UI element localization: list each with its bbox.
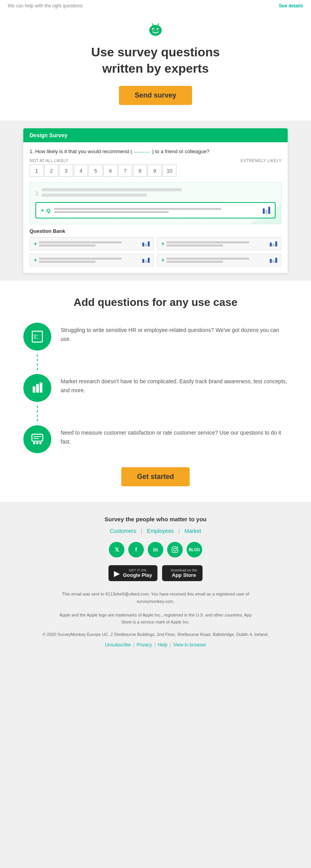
footer-link-market[interactable]: Market	[185, 528, 201, 534]
rating-9[interactable]: 9	[148, 164, 162, 177]
feature-market-text: Market research doesn't have to be compl…	[61, 374, 288, 395]
qb-chart-3	[142, 258, 150, 263]
blog-button[interactable]: BLOG	[187, 542, 202, 557]
rating-labels: NOT AT ALL LIKELY EXTREMELY LIKELY	[30, 158, 281, 163]
svg-point-4	[157, 29, 159, 30]
qb-plus-2: +	[161, 241, 164, 247]
survey-card-header: Design Survey	[23, 128, 288, 142]
rating-10[interactable]: 10	[162, 164, 176, 177]
get-started-button[interactable]: Get started	[121, 467, 189, 486]
app-store-button[interactable]: Download on the App Store	[162, 565, 203, 581]
qb-plus-1: +	[34, 241, 37, 247]
chart-bars-icon	[30, 381, 44, 395]
qa-icon: Q— A—	[30, 330, 44, 344]
svg-point-22	[173, 548, 176, 551]
qb-item-2[interactable]: +	[157, 237, 281, 250]
separator-1: |	[141, 528, 142, 534]
store-buttons: ▶ GET IT ON Google Play Download on the …	[16, 565, 295, 581]
survey-card-body: 1. How likely is it that you would recom…	[23, 142, 288, 273]
footer-link-customers[interactable]: Customers	[110, 528, 136, 534]
facebook-button[interactable]: f	[128, 542, 144, 557]
feature-hr-icon-wrap: Q— A—	[23, 323, 51, 351]
qb-chart-4	[270, 258, 277, 263]
view-in-browser-link[interactable]: View in browser	[173, 642, 206, 648]
svg-rect-14	[40, 382, 42, 393]
rating-4[interactable]: 4	[74, 164, 88, 177]
rating-8[interactable]: 8	[133, 164, 147, 177]
svg-rect-15	[32, 434, 43, 441]
connector-line-1	[37, 355, 38, 370]
question-1-text: 1. How likely is it that you would recom…	[30, 148, 281, 154]
hero-section: Use survey questions written by experts …	[0, 12, 311, 121]
social-icons: 𝕏 f in BLOG	[16, 542, 295, 557]
surveymonkey-logo	[16, 23, 295, 40]
svg-rect-13	[36, 384, 39, 393]
see-details-link[interactable]: See details	[279, 3, 303, 9]
question-bank-label: Question Bank	[30, 228, 281, 234]
footer: Survey the people who matter to you Cust…	[0, 502, 311, 662]
unsubscribe-link[interactable]: Unsubscribe	[105, 642, 131, 648]
instagram-button[interactable]	[167, 542, 183, 557]
qb-chart-2	[270, 241, 277, 246]
google-play-sub: GET IT ON	[123, 568, 152, 572]
active-question-box: + Q.	[35, 202, 276, 218]
rating-6[interactable]: 6	[103, 164, 117, 177]
top-bar: We can help with the right questions See…	[0, 0, 311, 12]
pipe-3: |	[170, 642, 171, 648]
feature-hr: Q— A— Struggling to write sensitive HR o…	[23, 323, 288, 351]
help-link[interactable]: Help	[158, 642, 168, 648]
svg-point-23	[176, 548, 177, 548]
add-questions-section: Add questions for any use case Q— A— Str…	[0, 281, 311, 502]
feature-market-icon-wrap	[23, 374, 51, 402]
add-questions-title: Add questions for any use case	[23, 296, 288, 309]
footer-copyright: © 2020 SurveyMonkey Europe UC, 2 Shelbou…	[16, 632, 295, 637]
rating-1[interactable]: 1	[30, 164, 44, 177]
qb-plus-4: +	[161, 257, 164, 263]
footer-links: Customers | Employees | Market	[16, 528, 295, 534]
footer-legal-2: Apple and the Apple logo are trademarks …	[58, 611, 253, 626]
google-play-button[interactable]: ▶ GET IT ON Google Play	[108, 565, 157, 581]
app-store-sub: Download on the	[171, 568, 197, 572]
svg-text:A—: A—	[34, 337, 38, 339]
rating-2[interactable]: 2	[44, 164, 58, 177]
twitter-button[interactable]: 𝕏	[109, 542, 124, 557]
svg-line-7	[158, 23, 159, 25]
q-label: Q.	[46, 208, 52, 213]
question-2-area: 2. + Q.	[30, 182, 281, 224]
svg-rect-21	[172, 547, 178, 553]
feature-customer: Need to measure customer satisfaction or…	[23, 425, 288, 453]
connector-line-2	[37, 406, 38, 421]
question-bank-grid: + +	[30, 237, 281, 267]
rating-boxes[interactable]: 1 2 3 4 5 6 7 8 9 10	[30, 164, 281, 177]
qb-item-4[interactable]: +	[157, 253, 281, 267]
svg-point-20	[39, 442, 42, 444]
qb-plus-3: +	[34, 257, 37, 263]
rating-3[interactable]: 3	[59, 164, 73, 177]
play-icon: ▶	[114, 569, 120, 578]
feature-market: Market research doesn't have to be compl…	[23, 374, 288, 402]
customer-icon	[30, 432, 44, 446]
feature-customer-text: Need to measure customer satisfaction or…	[61, 425, 288, 446]
footer-tagline: Survey the people who matter to you	[16, 516, 295, 522]
plus-icon: +	[41, 207, 44, 213]
svg-line-5	[152, 23, 153, 25]
qb-item-1[interactable]: +	[30, 237, 154, 250]
qb-chart-1	[142, 241, 150, 246]
q-text-lines	[54, 208, 263, 213]
app-store-main: App Store	[171, 572, 197, 578]
svg-point-3	[153, 29, 154, 30]
rating-5[interactable]: 5	[89, 164, 103, 177]
qb-item-3[interactable]: +	[30, 253, 154, 267]
rating-7[interactable]: 7	[118, 164, 132, 177]
svg-point-0	[149, 25, 162, 36]
footer-bottom-links: Unsubscribe | Privacy | Help | View in b…	[16, 642, 295, 648]
svg-point-19	[36, 442, 38, 444]
pipe-2: |	[154, 642, 156, 648]
send-survey-button[interactable]: Send survey	[119, 86, 192, 105]
svg-rect-12	[33, 386, 35, 393]
linkedin-button[interactable]: in	[148, 542, 163, 557]
privacy-link[interactable]: Privacy	[137, 642, 152, 648]
connector-1	[37, 355, 288, 370]
feature-customer-icon-wrap	[23, 425, 51, 453]
footer-link-employees[interactable]: Employees	[147, 528, 174, 534]
